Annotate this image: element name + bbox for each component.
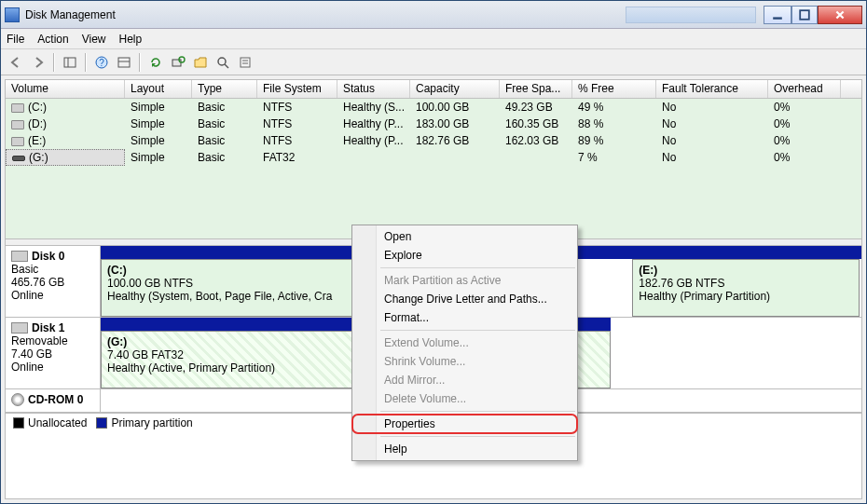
partition-status: Healthy (Primary Partition) — [639, 290, 853, 303]
menu-help[interactable]: Help — [119, 33, 143, 46]
menu-item-open[interactable]: Open — [352, 227, 577, 246]
volume-icon — [12, 156, 25, 161]
show-hide-tree-button[interactable] — [61, 53, 79, 72]
cell: 183.00 GB — [410, 116, 500, 131]
swatch-primary — [96, 417, 107, 429]
title-bar[interactable]: Disk Management — [1, 1, 866, 29]
help-button[interactable]: ? — [92, 53, 111, 72]
cd-icon — [11, 393, 24, 406]
cell: 49 % — [572, 100, 656, 115]
cell: 0% — [768, 116, 841, 131]
back-button[interactable] — [7, 53, 25, 72]
close-button[interactable] — [818, 6, 862, 24]
svg-rect-1 — [800, 10, 809, 20]
disk-status: Online — [11, 289, 94, 302]
disk-label-pane[interactable]: CD-ROM 0 — [6, 389, 101, 412]
cell: No — [656, 100, 768, 115]
menu-item-format[interactable]: Format... — [352, 308, 577, 327]
disk-label-pane[interactable]: Disk 1 Removable 7.40 GB Online — [6, 318, 101, 388]
menu-item-help[interactable]: Help — [352, 440, 577, 458]
cell — [337, 157, 410, 158]
hdd-icon — [11, 251, 28, 262]
toolbar-separator — [53, 53, 55, 72]
partition[interactable]: (E:) 182.76 GB NTFS Healthy (Primary Par… — [632, 259, 860, 317]
search-icon[interactable] — [213, 53, 232, 72]
col-capacity[interactable]: Capacity — [410, 80, 500, 98]
disk-management-window: Disk Management File Action View Help ? … — [0, 0, 867, 504]
col-overhead[interactable]: Overhead — [768, 80, 841, 98]
window-buttons — [764, 6, 862, 24]
cell: Healthy (P... — [337, 116, 410, 131]
col-fault-tolerance[interactable]: Fault Tolerance — [656, 80, 768, 98]
cell: 182.76 GB — [410, 133, 500, 148]
volume-row[interactable]: (E:)SimpleBasicNTFSHealthy (P...182.76 G… — [6, 132, 861, 149]
disk-name: Disk 1 — [32, 321, 64, 334]
menu-item-explore[interactable]: Explore — [352, 246, 577, 265]
settings-icon[interactable] — [236, 53, 255, 72]
view-options-button[interactable] — [115, 53, 133, 72]
partition-label: (C:) — [107, 264, 374, 277]
disk-type: Basic — [11, 263, 94, 276]
cell: Healthy (P... — [337, 133, 410, 148]
menu-bar: File Action View Help — [1, 29, 866, 49]
context-menu[interactable]: OpenExploreMark Partition as ActiveChang… — [351, 225, 578, 461]
menu-item-add-mirror: Add Mirror... — [352, 371, 577, 389]
disk-label-pane[interactable]: Disk 0 Basic 465.76 GB Online — [6, 246, 101, 317]
volume-row[interactable]: (C:)SimpleBasicNTFSHealthy (S...100.00 G… — [6, 99, 861, 116]
col-file-system[interactable]: File System — [257, 80, 337, 98]
svg-text:?: ? — [99, 58, 104, 68]
col-free-space[interactable]: Free Spa... — [500, 80, 572, 98]
partition-label: (E:) — [639, 264, 853, 277]
cell: 0% — [768, 100, 841, 115]
partition[interactable]: (C:) 100.00 GB NTFS Healthy (System, Boo… — [101, 259, 380, 317]
cell: FAT32 — [257, 150, 337, 165]
cell: NTFS — [257, 116, 337, 131]
menu-separator — [380, 330, 575, 331]
col-status[interactable]: Status — [337, 80, 410, 98]
cell: Basic — [192, 116, 257, 131]
menu-separator — [380, 436, 575, 437]
volume-row[interactable]: (G:)SimpleBasicFAT327 %No0% — [6, 149, 861, 166]
menu-item-change-drive-letter-and-paths[interactable]: Change Drive Letter and Paths... — [352, 290, 577, 308]
menu-separator — [380, 411, 575, 412]
title-blur-decor — [626, 7, 756, 23]
cell: Basic — [192, 100, 257, 115]
refresh-button[interactable] — [146, 53, 165, 72]
volume-row[interactable]: (D:)SimpleBasicNTFSHealthy (P...183.00 G… — [6, 116, 861, 132]
menu-file[interactable]: File — [7, 33, 24, 46]
col-layout[interactable]: Layout — [125, 80, 192, 98]
col-volume[interactable]: Volume — [6, 80, 125, 98]
menu-view[interactable]: View — [82, 33, 106, 46]
cell: Simple — [125, 150, 192, 165]
volume-icon — [11, 120, 24, 129]
title-text: Disk Management — [25, 8, 626, 21]
minimize-button[interactable] — [764, 6, 791, 24]
cell: (C:) — [6, 100, 125, 115]
cell: 0% — [768, 150, 841, 165]
cell: 162.03 GB — [500, 133, 572, 148]
maximize-button[interactable] — [791, 6, 818, 24]
menu-item-properties[interactable]: Properties — [352, 415, 577, 433]
cell — [410, 157, 500, 158]
cell: NTFS — [257, 133, 337, 148]
toolbar-separator — [85, 53, 87, 72]
menu-action[interactable]: Action — [37, 33, 68, 46]
rescan-disks-button[interactable] — [169, 53, 187, 72]
client-area: Volume Layout Type File System Status Ca… — [5, 79, 862, 499]
cell: Simple — [125, 100, 192, 115]
forward-button[interactable] — [29, 53, 48, 72]
cell: 49.23 GB — [500, 100, 572, 115]
svg-rect-12 — [241, 58, 250, 67]
col-type[interactable]: Type — [192, 80, 257, 98]
toolbar-separator — [139, 53, 141, 72]
partition-size: 100.00 GB NTFS — [107, 277, 374, 290]
disk-name: CD-ROM 0 — [28, 393, 83, 406]
col-percent-free[interactable]: % Free — [572, 80, 656, 98]
open-icon[interactable] — [191, 53, 210, 72]
cell: Basic — [192, 150, 257, 165]
partition-size: 182.76 GB NTFS — [639, 277, 853, 290]
swatch-unallocated — [13, 417, 24, 429]
volume-grid-body[interactable]: (C:)SimpleBasicNTFSHealthy (S...100.00 G… — [6, 99, 861, 238]
menu-separator — [380, 267, 575, 268]
cell: Healthy (S... — [337, 100, 410, 115]
